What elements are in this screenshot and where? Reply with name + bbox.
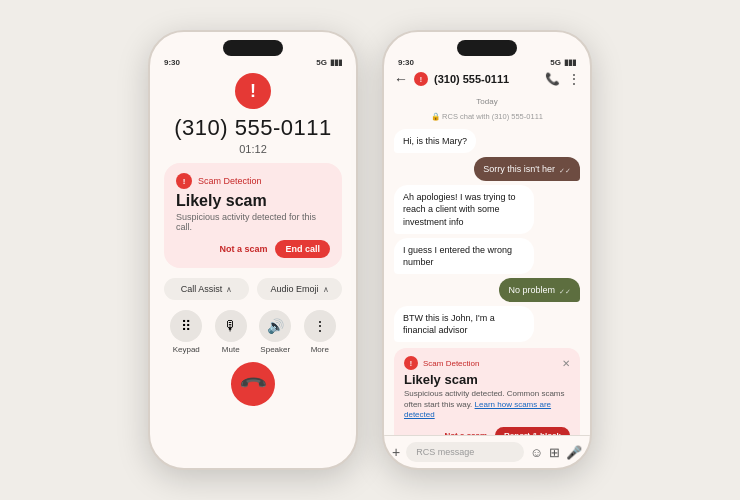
status-bar-1: 9:30 5G ▮▮▮	[150, 56, 356, 67]
chat-scam-dot: !	[404, 356, 418, 370]
mute-icon: 🎙	[215, 310, 247, 342]
chat-not-scam-button[interactable]: Not a scam	[444, 431, 487, 435]
dynamic-island-2	[457, 40, 517, 56]
scam-label-1: Scam Detection	[198, 176, 262, 186]
report-block-button[interactable]: Report & block	[495, 427, 570, 435]
chat-scam-header: ! Scam Detection ✕	[404, 356, 570, 370]
chat-scam-desc: Suspicious activity detected. Common sca…	[404, 389, 570, 420]
mic-icon[interactable]: 🎤	[566, 445, 582, 460]
audio-emoji-button[interactable]: Audio Emoji ∧	[257, 278, 342, 300]
call-controls-row: ⠿ Keypad 🎙 Mute 🔊 Speaker ⋮ More	[164, 310, 342, 354]
scam-title-1: Likely scam	[176, 192, 330, 210]
phone2-screen: ← ! (310) 555-0111 📞 ⋮ Today 🔒 RCS chat …	[384, 67, 590, 468]
scam-detection-card-2: ! Scam Detection ✕ Likely scam Suspiciou…	[394, 348, 580, 435]
msg-check-5: ✓✓	[559, 287, 571, 296]
not-scam-button-1[interactable]: Not a scam	[219, 244, 267, 254]
dynamic-island-1	[223, 40, 283, 56]
scam-dot-1: !	[176, 173, 192, 189]
audio-emoji-chevron: ∧	[323, 285, 329, 294]
call-assist-label: Call Assist	[181, 284, 223, 294]
rcs-label: 🔒 RCS chat with (310) 555-0111	[394, 112, 580, 121]
chat-scam-indicator: !	[414, 72, 428, 86]
status-icons-1: 5G ▮▮▮	[316, 58, 342, 67]
emoji-icon[interactable]: ☺	[530, 445, 543, 460]
calling-number: (310) 555-0111	[174, 115, 331, 141]
message-2-text: Sorry this isn't her	[483, 163, 555, 175]
scam-subtitle-1: Suspicious activity detected for this ca…	[176, 212, 330, 232]
chat-date: Today	[394, 97, 580, 106]
message-5: No problem ✓✓	[499, 278, 580, 302]
end-call-phone-icon: 📞	[237, 368, 268, 399]
message-4: I guess I entered the wrong number	[394, 238, 534, 274]
back-button[interactable]: ←	[394, 71, 408, 87]
chat-more-icon[interactable]: ⋮	[568, 72, 580, 86]
message-6: BTW this is John, I'm a financial adviso…	[394, 306, 534, 342]
message-6-text: BTW this is John, I'm a financial adviso…	[403, 313, 495, 335]
speaker-label: Speaker	[260, 345, 290, 354]
scene: 9:30 5G ▮▮▮ ! (310) 555-0111 01:12 ! Sca…	[0, 0, 740, 500]
end-call-button-1[interactable]: End call	[275, 240, 330, 258]
speaker-button[interactable]: 🔊 Speaker	[259, 310, 291, 354]
chat-scam-label: Scam Detection	[423, 359, 557, 368]
battery-1: ▮▮▮	[330, 58, 342, 67]
battery-2: ▮▮▮	[564, 58, 576, 67]
chat-scam-actions: Not a scam Report & block	[404, 427, 570, 435]
speaker-icon: 🔊	[259, 310, 291, 342]
chat-header: ← ! (310) 555-0111 📞 ⋮	[384, 67, 590, 91]
message-4-text: I guess I entered the wrong number	[403, 245, 512, 267]
time-1: 9:30	[164, 58, 180, 67]
add-attachment-icon[interactable]: +	[392, 444, 400, 460]
msg-check-2: ✓✓	[559, 166, 571, 175]
call-assist-chevron: ∧	[226, 285, 232, 294]
message-1-text: Hi, is this Mary?	[403, 136, 467, 146]
call-timer: 01:12	[239, 143, 267, 155]
phone1-content: ! (310) 555-0111 01:12 ! Scam Detection …	[150, 67, 356, 468]
assist-row: Call Assist ∧ Audio Emoji ∧	[164, 278, 342, 300]
status-bar-2: 9:30 5G ▮▮▮	[384, 56, 590, 67]
chat-input-placeholder: RCS message	[416, 447, 474, 457]
chat-header-actions: 📞 ⋮	[545, 72, 580, 86]
keypad-button[interactable]: ⠿ Keypad	[170, 310, 202, 354]
chat-call-icon[interactable]: 📞	[545, 72, 560, 86]
sticker-icon[interactable]: ⊞	[549, 445, 560, 460]
message-3-text: Ah apologies! I was trying to reach a cl…	[403, 192, 516, 226]
mute-label: Mute	[222, 345, 240, 354]
mute-button[interactable]: 🎙 Mute	[215, 310, 247, 354]
audio-emoji-label: Audio Emoji	[270, 284, 318, 294]
status-icons-2: 5G ▮▮▮	[550, 58, 576, 67]
chat-input-bar: + RCS message ☺ ⊞ 🎤	[384, 435, 590, 468]
message-5-text: No problem	[508, 284, 555, 296]
more-button[interactable]: ⋮ More	[304, 310, 336, 354]
scam-card-header-1: ! Scam Detection	[176, 173, 330, 189]
time-2: 9:30	[398, 58, 414, 67]
signal-2: 5G	[550, 58, 561, 67]
more-icon: ⋮	[304, 310, 336, 342]
message-1: Hi, is this Mary?	[394, 129, 476, 153]
keypad-label: Keypad	[173, 345, 200, 354]
message-2: Sorry this isn't her ✓✓	[474, 157, 580, 181]
spam-warning-icon: !	[235, 73, 271, 109]
signal-1: 5G	[316, 58, 327, 67]
scam-card-actions-1: Not a scam End call	[176, 240, 330, 258]
message-3: Ah apologies! I was trying to reach a cl…	[394, 185, 534, 233]
phone-1: 9:30 5G ▮▮▮ ! (310) 555-0111 01:12 ! Sca…	[148, 30, 358, 470]
chat-contact-number: (310) 555-0111	[434, 73, 539, 85]
chat-input-actions: ☺ ⊞ 🎤	[530, 445, 582, 460]
phone-2: 9:30 5G ▮▮▮ ← ! (310) 555-0111 📞 ⋮ Today…	[382, 30, 592, 470]
scam-detection-card-1: ! Scam Detection Likely scam Suspicious …	[164, 163, 342, 268]
keypad-icon: ⠿	[170, 310, 202, 342]
chat-scam-title: Likely scam	[404, 372, 570, 387]
call-assist-button[interactable]: Call Assist ∧	[164, 278, 249, 300]
chat-messages-area: Today 🔒 RCS chat with (310) 555-0111 Hi,…	[384, 91, 590, 435]
chat-scam-close-button[interactable]: ✕	[562, 358, 570, 369]
chat-message-input[interactable]: RCS message	[406, 442, 524, 462]
more-label: More	[311, 345, 329, 354]
end-call-hangup-button[interactable]: 📞	[222, 353, 284, 415]
